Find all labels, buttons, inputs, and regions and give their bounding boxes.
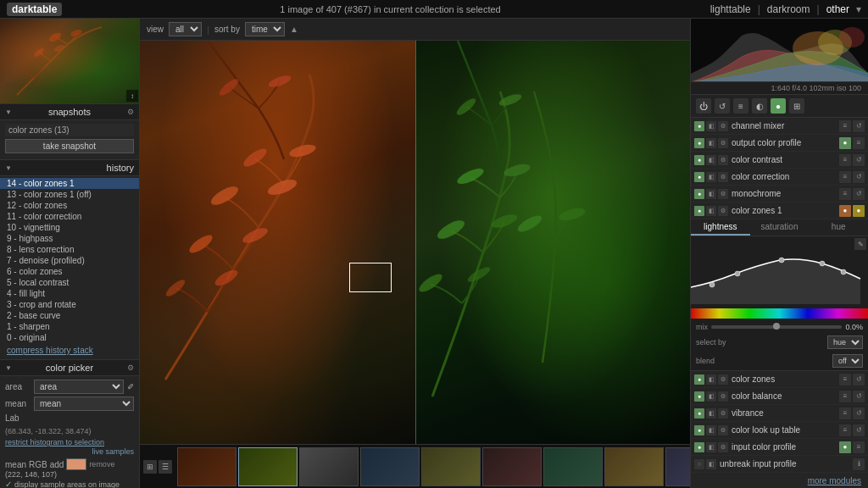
history-item[interactable]: 3 - crop and rotate: [0, 299, 139, 310]
more-modules-button[interactable]: more modules: [691, 473, 868, 488]
thumb-arrows-icon[interactable]: ↕: [126, 90, 138, 102]
module-color-btn[interactable]: ●: [839, 137, 851, 149]
cz-blend-select[interactable]: off: [832, 354, 863, 368]
filmstrip-thumb[interactable]: [360, 447, 420, 486]
cz-edit-button[interactable]: ✎: [854, 238, 866, 250]
history-item[interactable]: 1 - sharpen: [0, 321, 139, 332]
module-power-icon[interactable]: ⏻: [696, 98, 711, 114]
module-preset-btn[interactable]: ≡: [853, 441, 865, 453]
tab-saturation[interactable]: saturation: [750, 219, 810, 236]
module-mask-icon[interactable]: ◧: [706, 121, 716, 131]
history-item[interactable]: 11 - color correction: [0, 211, 139, 222]
live-samples-button[interactable]: live samples: [92, 447, 134, 456]
module-enable-toggle[interactable]: ●: [694, 138, 704, 148]
module-preset-btn[interactable]: ≡: [839, 408, 851, 419]
nav-lighttable[interactable]: lighttable: [710, 3, 751, 15]
module-params-icon[interactable]: ⚙: [718, 121, 728, 131]
module-mask-icon[interactable]: ◧: [706, 374, 716, 385]
area-select[interactable]: area: [34, 380, 124, 394]
module-color-btn-orange[interactable]: ●: [839, 205, 851, 217]
sort-select[interactable]: time: [245, 22, 285, 36]
compress-history-button[interactable]: compress history stack: [0, 343, 139, 358]
module-group-icon[interactable]: ⊞: [789, 98, 804, 114]
module-preset-btn[interactable]: ≡: [839, 120, 851, 132]
module-reset-btn[interactable]: ↺: [853, 154, 865, 166]
add-sample-button[interactable]: add: [50, 460, 64, 469]
history-item[interactable]: 5 - local contrast: [0, 277, 139, 288]
history-item[interactable]: 12 - color zones: [0, 200, 139, 211]
module-enable-toggle[interactable]: ●: [694, 425, 704, 435]
display-sample-label[interactable]: display sample areas on image: [14, 480, 120, 489]
remove-sample-button[interactable]: remove: [89, 460, 114, 469]
history-item[interactable]: 0 - original: [0, 332, 139, 343]
module-preset-btn[interactable]: ≡: [839, 374, 851, 385]
filmstrip-thumb[interactable]: [482, 447, 542, 486]
module-enable-toggle[interactable]: ●: [694, 374, 704, 385]
tab-lightness[interactable]: lightness: [691, 219, 750, 236]
module-enable-toggle[interactable]: ●: [694, 408, 704, 419]
module-active-icon[interactable]: ●: [771, 98, 786, 114]
module-preset-btn[interactable]: ≡: [839, 188, 851, 200]
module-preset-btn[interactable]: ≡: [839, 424, 851, 436]
filmstrip-thumb[interactable]: [238, 447, 298, 486]
module-reset-btn[interactable]: ↺: [853, 171, 865, 183]
module-params-icon[interactable]: ⚙: [718, 155, 728, 165]
filmstrip-layout-icon[interactable]: ⊞: [143, 460, 157, 474]
module-mask-icon[interactable]: ◧: [706, 138, 716, 148]
module-reset-btn[interactable]: ↺: [853, 188, 865, 200]
module-mask-icon[interactable]: ◧: [706, 189, 716, 199]
module-params-icon[interactable]: ⚙: [718, 374, 728, 385]
module-mask-icon[interactable]: ◧: [706, 172, 716, 182]
module-preset-btn[interactable]: ≡: [853, 137, 865, 149]
module-params-icon[interactable]: ⚙: [718, 189, 728, 199]
module-params-icon[interactable]: ⚙: [718, 391, 728, 402]
snapshots-header[interactable]: ▼ snapshots ⚙: [0, 103, 139, 120]
module-preset-btn[interactable]: ≡: [839, 171, 851, 183]
module-params-icon[interactable]: ⚙: [718, 425, 728, 435]
module-enable-toggle[interactable]: ●: [694, 121, 704, 131]
module-params-icon[interactable]: ⚙: [718, 172, 728, 182]
filmstrip-thumb[interactable]: [665, 447, 690, 486]
module-mask-icon[interactable]: ◧: [706, 391, 716, 402]
module-enable-toggle[interactable]: ●: [694, 172, 704, 182]
module-mask-icon[interactable]: ◧: [706, 425, 716, 435]
selection-rectangle[interactable]: [349, 263, 392, 292]
history-item[interactable]: 13 - color zones 1 (off): [0, 189, 139, 200]
module-mask-icon[interactable]: ◧: [706, 408, 716, 419]
mean-select[interactable]: mean: [34, 396, 134, 411]
history-item[interactable]: 2 - base curve: [0, 310, 139, 321]
module-mask-icon[interactable]: ◧: [706, 206, 716, 216]
module-reset-btn[interactable]: ↺: [853, 408, 865, 419]
tab-hue[interactable]: hue: [809, 219, 868, 236]
module-enable-toggle[interactable]: ○: [694, 459, 704, 469]
color-picker-header[interactable]: ▼ color picker ⚙: [0, 359, 139, 376]
nav-darkroom[interactable]: darkroom: [767, 3, 810, 15]
history-item[interactable]: 9 - highpass: [0, 233, 139, 244]
module-reset-btn[interactable]: ↺: [853, 374, 865, 385]
module-reset-icon[interactable]: ↺: [715, 98, 730, 114]
filmstrip-thumb[interactable]: [177, 447, 236, 486]
module-color-btn-yellow[interactable]: ●: [853, 205, 865, 217]
restrict-histogram-button[interactable]: restrict histogram to selection: [5, 437, 134, 447]
module-reset-btn[interactable]: ↺: [853, 391, 865, 402]
filmstrip-thumb[interactable]: [299, 447, 359, 486]
sort-direction-icon[interactable]: ▲: [290, 25, 298, 34]
module-mask-icon[interactable]: ◧: [706, 155, 716, 165]
module-enable-toggle[interactable]: ●: [694, 206, 704, 216]
filmstrip-view-icon[interactable]: ☰: [159, 460, 172, 474]
module-preset-icon[interactable]: ≡: [733, 98, 748, 114]
filmstrip-thumb[interactable]: [421, 447, 481, 486]
snapshots-settings-icon[interactable]: ⚙: [127, 108, 134, 116]
module-mask-icon[interactable]: ◧: [706, 459, 716, 469]
app-logo[interactable]: darktable: [7, 3, 62, 16]
take-snapshot-button[interactable]: take snapshot: [5, 139, 134, 153]
module-params-icon[interactable]: ⚙: [718, 408, 728, 419]
cz-mix-slider[interactable]: [711, 325, 842, 329]
module-enable-toggle[interactable]: ●: [694, 442, 704, 452]
module-params-icon[interactable]: ⚙: [718, 206, 728, 216]
module-enable-toggle[interactable]: ●: [694, 391, 704, 402]
module-reset-btn[interactable]: ↺: [853, 120, 865, 132]
module-preset-btn[interactable]: ≡: [839, 391, 851, 402]
nav-dropdown-icon[interactable]: ▾: [856, 3, 861, 15]
module-info-btn[interactable]: ℹ: [853, 458, 865, 470]
